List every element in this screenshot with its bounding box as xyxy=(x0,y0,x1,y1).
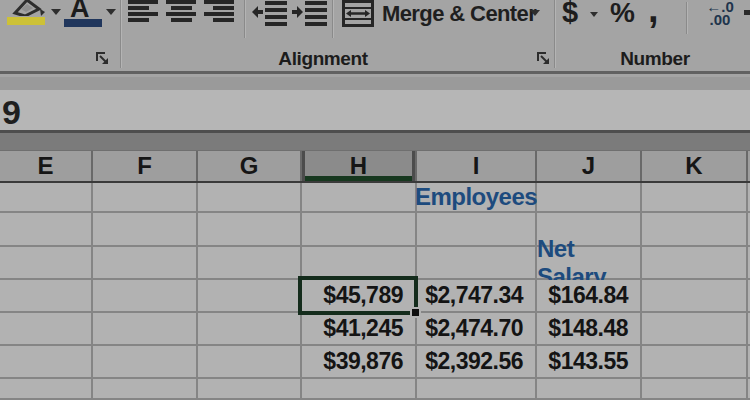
currency-dropdown-icon[interactable] xyxy=(590,12,598,17)
fill-handle[interactable] xyxy=(410,307,421,318)
align-center-button[interactable] xyxy=(166,0,196,26)
column-header-i[interactable]: I xyxy=(417,151,537,181)
cell[interactable] xyxy=(198,379,302,400)
grid-row-7 xyxy=(0,379,750,400)
selected-cell[interactable]: $45,789 xyxy=(302,280,417,313)
merge-center-button[interactable]: Merge & Center xyxy=(342,0,552,28)
cell[interactable] xyxy=(0,280,93,313)
align-left-icon xyxy=(128,0,158,4)
cell[interactable] xyxy=(642,247,748,280)
header-gap-band xyxy=(0,133,750,150)
column-header-g[interactable]: G xyxy=(198,151,302,181)
cell[interactable] xyxy=(642,213,748,247)
cell[interactable] xyxy=(302,213,417,247)
grid-row-6: $39,876 $2,392.56 $143.55 xyxy=(0,346,750,379)
fill-color-button[interactable] xyxy=(4,0,62,28)
align-left-button[interactable] xyxy=(128,0,158,26)
increase-indent-icon xyxy=(292,0,328,26)
column-header-h-selected[interactable]: H xyxy=(302,151,417,181)
number-group-label: Number xyxy=(560,48,750,70)
cell[interactable]: $2,392.56 xyxy=(417,346,537,379)
cell[interactable] xyxy=(198,247,302,280)
column-header-e[interactable]: E xyxy=(0,151,93,181)
cell[interactable]: $2,747.34 xyxy=(417,280,537,313)
decrease-indent-button[interactable] xyxy=(252,0,288,26)
cell[interactable]: $39,876 xyxy=(302,346,417,379)
cell[interactable]: $143.55 xyxy=(537,346,642,379)
cell[interactable] xyxy=(198,313,302,346)
cell[interactable] xyxy=(417,247,537,280)
cell[interactable] xyxy=(0,379,93,400)
formula-bar-value: 9 xyxy=(2,93,21,132)
spreadsheet-grid: Employees Net Salary xyxy=(0,183,750,400)
button-separator xyxy=(244,0,246,38)
cell[interactable]: $148.48 xyxy=(537,313,642,346)
alignment-group-label: Alignment xyxy=(123,48,523,70)
cell[interactable] xyxy=(302,183,417,213)
dollar-icon: $ xyxy=(562,0,578,29)
currency-format-button[interactable]: $ xyxy=(562,0,604,28)
cell[interactable] xyxy=(537,183,642,213)
cell[interactable] xyxy=(642,379,748,400)
group-separator xyxy=(554,0,556,68)
column-header-j[interactable]: J xyxy=(537,151,642,181)
cell[interactable] xyxy=(642,183,748,213)
cell[interactable] xyxy=(93,280,198,313)
column-header-row: E F G H I J K xyxy=(0,150,750,183)
cell[interactable] xyxy=(0,213,93,247)
merge-center-label: Merge & Center xyxy=(382,0,536,28)
group-separator xyxy=(120,0,122,68)
align-center-icon xyxy=(166,0,196,4)
alignment-dialog-launcher-icon[interactable] xyxy=(536,51,551,66)
percent-icon: % xyxy=(610,0,635,29)
cell[interactable] xyxy=(642,313,748,346)
cell[interactable] xyxy=(0,313,93,346)
fill-color-dropdown-icon[interactable] xyxy=(51,9,61,15)
align-right-button[interactable] xyxy=(204,0,234,26)
cell[interactable] xyxy=(417,379,537,400)
cell[interactable] xyxy=(198,183,302,213)
cell[interactable] xyxy=(0,346,93,379)
cell[interactable] xyxy=(93,379,198,400)
cell[interactable]: $41,245 xyxy=(302,313,417,346)
cell[interactable] xyxy=(93,313,198,346)
font-color-button[interactable]: A xyxy=(62,0,118,28)
cell[interactable] xyxy=(198,280,302,313)
cell[interactable]: $2,474.70 xyxy=(417,313,537,346)
increase-decimal-icon: ←.0 .00 xyxy=(698,0,742,26)
grid-row-4: $45,789 $2,747.34 $164.84 xyxy=(0,280,750,313)
grid-row-1: Employees xyxy=(0,183,750,213)
cell[interactable] xyxy=(93,247,198,280)
decrease-decimal-icon[interactable] xyxy=(744,10,750,15)
cell[interactable] xyxy=(642,280,748,313)
font-color-bar xyxy=(64,19,102,27)
merge-center-dropdown-icon[interactable] xyxy=(530,10,540,16)
cell[interactable] xyxy=(0,183,93,213)
formula-bar[interactable]: 9 xyxy=(0,90,750,133)
cell[interactable] xyxy=(302,247,417,280)
cell[interactable]: $164.84 xyxy=(537,280,642,313)
cell[interactable] xyxy=(417,213,537,247)
cell[interactable] xyxy=(198,346,302,379)
cell[interactable] xyxy=(537,379,642,400)
cell[interactable] xyxy=(93,346,198,379)
increase-decimal-button[interactable]: ←.0 .00 xyxy=(696,0,742,28)
ribbon-lower-strip xyxy=(0,77,750,90)
excel-window: A xyxy=(0,0,750,400)
cell[interactable] xyxy=(93,213,198,247)
comma-style-button[interactable]: , xyxy=(648,0,668,28)
cell[interactable] xyxy=(198,213,302,247)
cell[interactable] xyxy=(302,379,417,400)
font-dialog-launcher-icon[interactable] xyxy=(95,51,110,66)
column-header-k[interactable]: K xyxy=(642,151,748,181)
percent-style-button[interactable]: % xyxy=(610,0,640,28)
cell[interactable] xyxy=(0,247,93,280)
column-header-f[interactable]: F xyxy=(93,151,198,181)
net-salary-header-cell[interactable]: Net Salary xyxy=(537,247,642,280)
font-color-dropdown-icon[interactable] xyxy=(106,9,116,15)
cell[interactable] xyxy=(642,346,748,379)
employees-header-cell[interactable]: Employees xyxy=(417,183,537,213)
font-color-letter: A xyxy=(70,0,90,19)
increase-indent-button[interactable] xyxy=(292,0,328,26)
cell[interactable] xyxy=(93,183,198,213)
